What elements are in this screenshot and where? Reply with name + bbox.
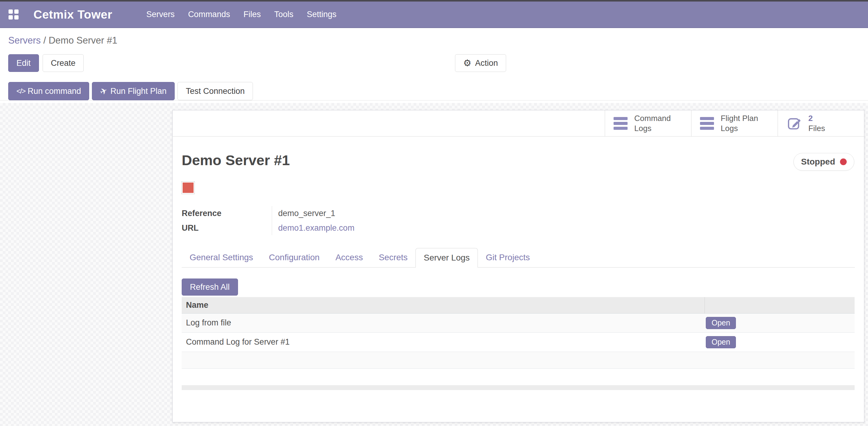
nav-item-commands[interactable]: Commands: [188, 10, 230, 19]
tab-secrets[interactable]: Secrets: [371, 248, 415, 267]
status-text: Stopped: [801, 157, 835, 167]
test-connection-label: Test Connection: [186, 87, 245, 96]
nav-item-servers[interactable]: Servers: [146, 10, 175, 19]
navbar-menu: Servers Commands Files Tools Settings: [146, 10, 350, 19]
content-divider: [0, 100, 868, 101]
flight-plan-logs-label-2: Logs: [721, 123, 758, 134]
log-name-cell: Command Log for Server #1: [182, 333, 705, 352]
server-form-card: Command Logs Flight Plan Logs 2: [172, 110, 864, 422]
action-label: Action: [475, 58, 498, 68]
url-field-value[interactable]: demo1.example.com: [272, 221, 354, 235]
color-swatch: [182, 181, 194, 194]
server-title: Demo Server #1: [182, 152, 855, 169]
command-logs-label-2: Logs: [634, 123, 671, 134]
flight-plan-logs-label-1: Flight Plan: [721, 113, 758, 123]
files-count: 2: [808, 113, 825, 123]
status-dot-icon: [840, 159, 847, 165]
open-log-button[interactable]: Open: [706, 336, 736, 348]
create-button[interactable]: Create: [42, 54, 84, 72]
files-button[interactable]: 2 Files: [778, 110, 864, 136]
notebook-tabs: General Settings Configuration Access Se…: [182, 248, 855, 267]
breadcrumb: Servers / Demo Server #1: [8, 35, 868, 46]
server-logs-panel: Refresh All Name Log from file Open: [182, 267, 855, 390]
open-log-button[interactable]: Open: [706, 317, 736, 329]
table-empty-row: [182, 352, 855, 368]
table-row[interactable]: Command Log for Server #1 Open: [182, 333, 855, 352]
form-background: Command Logs Flight Plan Logs 2: [0, 103, 868, 426]
tab-configuration[interactable]: Configuration: [261, 248, 328, 267]
nav-item-files[interactable]: Files: [244, 10, 261, 19]
tab-general-settings[interactable]: General Settings: [182, 248, 261, 267]
server-logs-table: Name Log from file Open Command Log f: [182, 297, 855, 369]
server-action-buttons: </> Run command ✈ Run Flight Plan Test C…: [8, 82, 868, 100]
status-badge: Stopped: [794, 153, 854, 171]
command-logs-label-1: Command: [634, 113, 671, 123]
test-connection-button[interactable]: Test Connection: [178, 82, 253, 100]
edit-button[interactable]: Edit: [8, 54, 39, 72]
log-name-cell: Log from file: [182, 313, 705, 333]
brand-title[interactable]: Cetmix Tower: [33, 8, 112, 21]
run-command-button[interactable]: </> Run command: [8, 82, 89, 100]
tab-access[interactable]: Access: [328, 248, 371, 267]
reference-field-value: demo_server_1: [272, 206, 335, 221]
nav-item-tools[interactable]: Tools: [274, 10, 293, 19]
breadcrumb-current: Demo Server #1: [49, 35, 118, 46]
plane-icon: ✈: [98, 85, 109, 97]
field-group: Reference demo_server_1 URL demo1.exampl…: [182, 206, 855, 235]
form-sheet: Demo Server #1 Stopped Reference demo_se…: [173, 152, 864, 390]
apps-grid-icon[interactable]: [8, 9, 19, 20]
menu-bars-icon: [700, 115, 714, 132]
list-footer-bar: [182, 385, 855, 390]
nav-item-settings[interactable]: Settings: [307, 10, 337, 19]
form-toolbar: Edit Create ⚙ Action: [8, 54, 868, 72]
main-navbar: Cetmix Tower Servers Commands Files Tool…: [0, 2, 868, 28]
table-row[interactable]: Log from file Open: [182, 313, 855, 333]
breadcrumb-separator: /: [43, 35, 46, 46]
refresh-all-button[interactable]: Refresh All: [182, 279, 238, 295]
stat-button-bar: Command Logs Flight Plan Logs 2: [173, 110, 864, 137]
flight-plan-logs-button[interactable]: Flight Plan Logs: [691, 110, 778, 136]
column-header-action: [705, 297, 855, 313]
tab-server-logs[interactable]: Server Logs: [415, 248, 478, 267]
code-icon: </>: [17, 87, 25, 95]
breadcrumb-parent-link[interactable]: Servers: [8, 35, 41, 46]
command-logs-button[interactable]: Command Logs: [605, 110, 691, 136]
action-dropdown-button[interactable]: ⚙ Action: [455, 54, 506, 72]
url-field-label: URL: [182, 221, 272, 235]
gear-icon: ⚙: [463, 58, 471, 68]
edit-pencil-icon: [786, 115, 802, 131]
run-flight-plan-label: Run Flight Plan: [111, 87, 167, 96]
column-header-name[interactable]: Name: [182, 297, 705, 313]
run-command-label: Run command: [28, 87, 81, 96]
tab-git-projects[interactable]: Git Projects: [478, 248, 538, 267]
menu-bars-icon: [614, 115, 627, 132]
reference-field-label: Reference: [182, 206, 272, 221]
run-flight-plan-button[interactable]: ✈ Run Flight Plan: [92, 82, 175, 100]
files-label: Files: [808, 123, 825, 134]
